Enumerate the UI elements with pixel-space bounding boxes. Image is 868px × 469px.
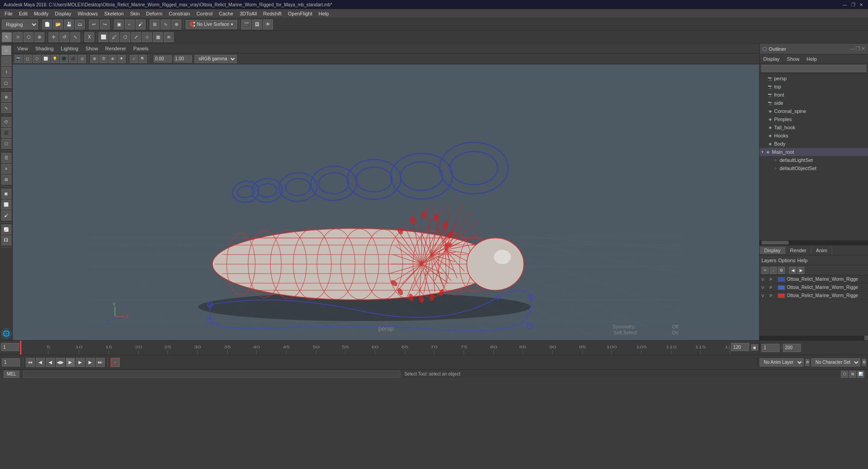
save-as-btn[interactable]: 🗂 [75, 20, 85, 29]
snap-curve-btn2[interactable]: ∿ [1, 103, 11, 113]
outliner-maximize-btn[interactable]: ❐ [856, 46, 860, 52]
vp-menu-shading[interactable]: Shading [34, 45, 55, 52]
vp-shadow-btn[interactable]: 🌑 [60, 55, 68, 63]
vp-select-mode-btn[interactable]: ▢ [24, 55, 32, 63]
menu-deform[interactable]: Deform [143, 10, 165, 17]
layer-row-2[interactable]: V P Ottoia_Relict_Marine_Worm_Rigge [760, 283, 868, 292]
outliner-hscrollbar[interactable] [760, 240, 868, 245]
snap-curve-btn[interactable]: ∿ [161, 20, 171, 29]
tree-item-main-root[interactable]: ▾ ◈ Main_root [760, 148, 868, 156]
vp-smooth-btn[interactable]: ⬜ [42, 55, 50, 63]
delete-layer-btn[interactable]: - [770, 267, 777, 274]
layer-row-1[interactable]: V P Ottoia_Relict_Marine_Worm_Rigge [760, 275, 868, 283]
no-anim-layer-dropdown[interactable]: No Anim Layer [760, 358, 804, 366]
snap-iso-btn[interactable]: ⊕ [1, 92, 11, 102]
end-range-field[interactable] [783, 344, 801, 352]
blend-btn[interactable]: ≋ [164, 32, 174, 42]
anim-layer-settings-btn[interactable]: ⚙ [805, 359, 809, 366]
tree-item-defaultlightset[interactable]: ○ defaultLightSet [760, 156, 868, 164]
coord-display-btn[interactable]: 🌐 [1, 328, 11, 338]
wireframe-btn[interactable]: ⬡ [1, 139, 11, 149]
outliner-minimize-btn[interactable]: — [850, 46, 855, 52]
layer-btn[interactable]: ☰ [1, 153, 11, 163]
menu-skeleton[interactable]: Skeleton [102, 10, 127, 17]
menu-file[interactable]: File [2, 10, 15, 17]
vp-menu-view[interactable]: View [15, 45, 30, 52]
gamma-dropdown[interactable]: sRGB gamma [195, 55, 237, 63]
scale-tool-btn[interactable]: ⤡ [70, 32, 80, 42]
menu-redshift[interactable]: Redshift [260, 10, 284, 17]
next-key-btn[interactable]: ▶ [86, 358, 95, 367]
tree-item-coronal-spine[interactable]: ◈ Coronal_spine [760, 107, 868, 115]
tree-item-tail-hook[interactable]: ◈ Tail_hook [760, 123, 868, 132]
snap-point-btn[interactable]: ⊕ [171, 20, 181, 29]
xray-btn[interactable]: ⬛ [1, 128, 11, 138]
soft-mod-btn[interactable]: ⬜ [98, 32, 108, 42]
history-btn[interactable]: ⏱ [1, 117, 11, 127]
vertex-mask-btn[interactable]: · [1, 56, 11, 66]
lattice-btn[interactable]: ▦ [153, 32, 163, 42]
render-btn[interactable]: 🎬 [241, 20, 251, 29]
paint-select-btn[interactable]: 🖌 [136, 20, 146, 29]
no-character-set-dropdown[interactable]: No Character Set [811, 358, 860, 366]
tree-item-pimples[interactable]: ◈ Pimples [760, 115, 868, 123]
mel-python-toggle[interactable]: MEL [4, 371, 20, 378]
layer-settings-btn[interactable]: ⚙ [778, 267, 785, 274]
command-input[interactable] [23, 371, 401, 378]
vp-menu-show[interactable]: Show [84, 45, 100, 52]
tree-item-persp[interactable]: 📷 persp [760, 74, 868, 83]
tree-item-top[interactable]: 📷 top [760, 83, 868, 91]
menu-cache[interactable]: Cache [216, 10, 236, 17]
bottom-vscrollbar[interactable] [760, 336, 868, 340]
vp-menu-lighting[interactable]: Lighting [59, 45, 80, 52]
graph-editor-btn[interactable]: 📈 [1, 225, 11, 234]
vp-light-btn[interactable]: 💡 [51, 55, 59, 63]
current-frame-field[interactable] [761, 344, 780, 352]
menu-3dtoall[interactable]: 3DToAll [237, 10, 259, 17]
rotate-tool-btn[interactable]: ↺ [59, 32, 69, 42]
live-surface-btn[interactable]: 🧲 No Live Surface ▾ [185, 20, 237, 29]
vp-texture-btn[interactable]: ⬛ [69, 55, 77, 63]
open-scene-btn[interactable]: 📂 [53, 20, 63, 29]
vp-menu-panels[interactable]: Panels [132, 45, 151, 52]
redo-btn[interactable]: ↪ [100, 20, 110, 29]
vscroll-thumb-2[interactable] [864, 336, 868, 340]
prev-key-btn[interactable]: ◀ [36, 358, 45, 367]
render-view-btn[interactable]: ▣ [1, 189, 11, 199]
attr-editor-btn[interactable]: ⊞ [1, 175, 11, 185]
status-icon-2[interactable]: ⊞ [849, 371, 856, 378]
menu-windows[interactable]: Windows [75, 10, 101, 17]
paint-op-btn[interactable]: ⬡ [24, 32, 34, 42]
outliner-close-btn[interactable]: ✕ [861, 46, 865, 52]
vp-field2-input[interactable] [174, 55, 192, 63]
char-set-settings-btn[interactable]: ⚙ [862, 359, 866, 366]
vp-isolate-btn[interactable]: 👁 [117, 55, 126, 63]
lasso-select-btn[interactable]: ⊃ [13, 32, 23, 42]
tree-item-hooks[interactable]: ◈ Hooks [760, 132, 868, 140]
display-render-btn[interactable]: 👁 [263, 20, 273, 29]
tab-anim[interactable]: Anim [811, 247, 832, 254]
hypershade-btn[interactable]: ⬜ [1, 200, 11, 210]
step-back-btn[interactable]: ◀ [46, 358, 55, 367]
world-icon[interactable]: 🌐 [1, 328, 11, 338]
goto-start-btn[interactable]: ⏮ [26, 358, 35, 367]
current-frame-transport[interactable] [2, 358, 20, 366]
face-mask-btn[interactable]: ▢ [1, 78, 11, 88]
tree-item-side[interactable]: 📷 side [760, 99, 868, 107]
vp-grid-btn[interactable]: ⊞ [90, 55, 98, 63]
cluster-btn[interactable]: ⊹ [142, 32, 152, 42]
vp-camera-btn[interactable]: 📷 [15, 55, 23, 63]
vp-ao-btn[interactable]: ◎ [78, 55, 86, 63]
vp-manip-btn[interactable]: ⊕ [108, 55, 117, 63]
menu-constrain[interactable]: Constrain [166, 10, 193, 17]
minimize-button[interactable]: — [842, 1, 848, 8]
play-fwd-btn[interactable]: ▶ [66, 358, 75, 367]
paint-effects-btn[interactable]: 🖌 [1, 210, 11, 220]
play-back-btn[interactable]: ◀▶ [56, 358, 65, 367]
layer-row-3[interactable]: V P Ottoia_Relict_Marine_Worm_Rigge [760, 292, 868, 300]
layer-nav-left-btn[interactable]: ◀ [789, 267, 796, 274]
move-tool-btn[interactable]: ✛ [49, 32, 59, 42]
tree-item-body[interactable]: ◈ Body [760, 140, 868, 148]
menu-display[interactable]: Display [52, 10, 74, 17]
manipulator-btn[interactable]: ⊕ [34, 32, 44, 42]
